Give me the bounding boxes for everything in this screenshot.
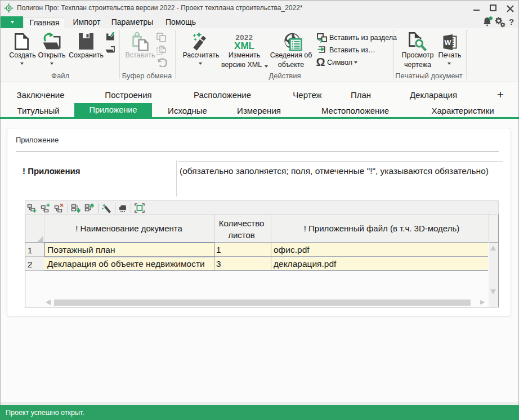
svg-text:W: W	[444, 39, 451, 47]
